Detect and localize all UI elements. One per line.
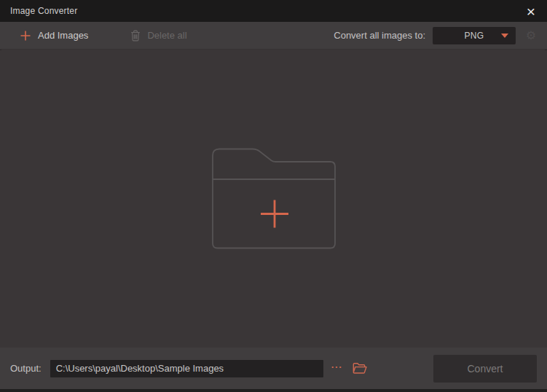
convert-button[interactable]: Convert bbox=[433, 355, 537, 383]
output-bar: Output: ··· Convert bbox=[0, 348, 547, 389]
format-dropdown[interactable]: PNG bbox=[433, 27, 516, 44]
toolbar: Add Images Delete all Convert all images… bbox=[0, 22, 547, 50]
add-images-button[interactable]: Add Images bbox=[20, 30, 88, 42]
chevron-down-icon bbox=[501, 34, 508, 38]
folder-plus-icon bbox=[211, 148, 337, 250]
add-images-label: Add Images bbox=[38, 30, 88, 41]
delete-all-label: Delete all bbox=[147, 30, 186, 41]
gear-icon[interactable]: ⚙ bbox=[524, 29, 538, 42]
open-folder-icon[interactable] bbox=[353, 362, 367, 375]
delete-all-button[interactable]: Delete all bbox=[130, 30, 186, 42]
window-bottom-edge bbox=[0, 389, 547, 392]
add-images-dropzone[interactable] bbox=[211, 148, 337, 250]
close-icon[interactable]: × bbox=[519, 0, 543, 22]
title-bar: Image Converter × bbox=[0, 0, 547, 22]
output-path-input[interactable] bbox=[50, 360, 323, 377]
plus-icon bbox=[20, 30, 31, 42]
image-list-area bbox=[0, 50, 547, 348]
window-title: Image Converter bbox=[10, 6, 77, 16]
image-converter-window: Image Converter × Add Images bbox=[0, 0, 547, 392]
convert-all-label: Convert all images to: bbox=[334, 30, 425, 41]
format-selected-value: PNG bbox=[465, 31, 484, 41]
browse-ellipsis-button[interactable]: ··· bbox=[331, 362, 343, 375]
trash-icon bbox=[130, 30, 141, 42]
output-label: Output: bbox=[10, 363, 42, 374]
